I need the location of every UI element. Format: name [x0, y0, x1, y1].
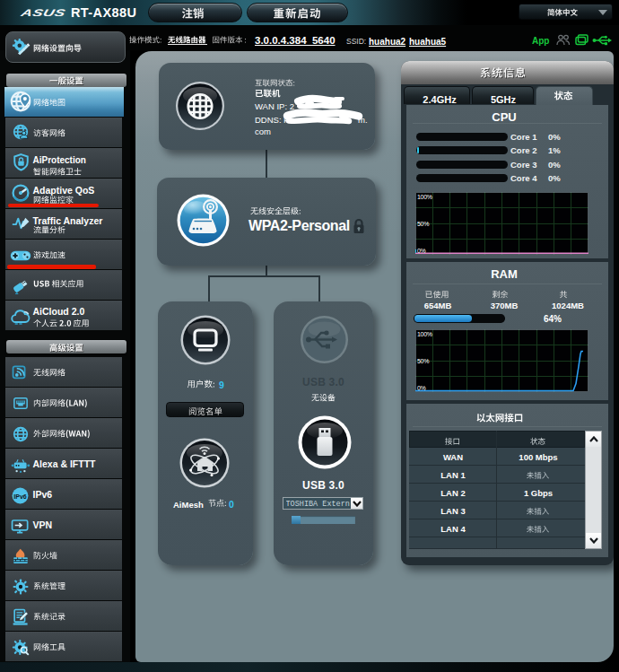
- svg-text:ASUS: ASUS: [19, 7, 66, 18]
- svg-text:IPv6: IPv6: [13, 493, 27, 500]
